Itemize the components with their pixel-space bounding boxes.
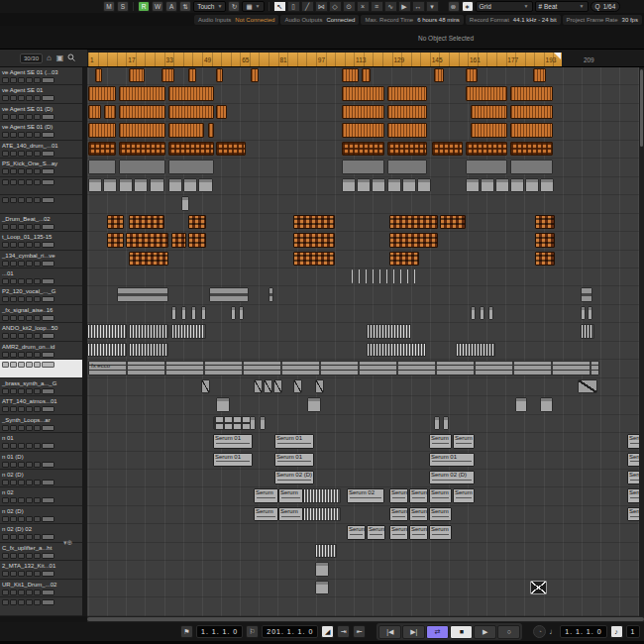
clip[interactable] [181,306,186,320]
record-arm-button[interactable] [18,590,25,595]
solo-button[interactable] [10,261,17,267]
clip[interactable] [117,287,168,301]
clip[interactable] [88,86,116,100]
edit-button[interactable] [34,168,41,174]
clip[interactable] [466,68,478,82]
clip[interactable] [510,160,553,173]
mute-button[interactable] [2,242,9,248]
clip[interactable] [510,178,524,192]
arrange-track-lane[interactable] [87,67,639,85]
monitor-button[interactable] [26,315,33,321]
automation-strip[interactable] [42,261,54,267]
automation-strip[interactable] [42,224,54,230]
record-arm-button[interactable] [18,443,25,449]
edit-button[interactable] [34,362,41,368]
arrange-track-lane[interactable] [87,251,639,268]
record-arm-button[interactable] [18,132,25,138]
clip[interactable] [434,416,440,430]
edit-button[interactable] [34,480,41,485]
arrange-track-lane[interactable]: SerumSerumSerumSerumSerumSerumSerum [87,506,639,524]
clip[interactable] [126,233,168,247]
automation-strip[interactable] [42,168,54,174]
clip[interactable] [87,324,127,338]
record-arm-button[interactable] [18,261,25,267]
monitor-button[interactable] [26,590,33,595]
mute-button[interactable] [2,462,9,468]
go-to-start-button[interactable]: |◀ [378,625,401,639]
clip[interactable] [171,233,186,247]
mute-button[interactable] [2,571,9,577]
clip[interactable] [213,416,253,430]
clip[interactable] [293,252,335,266]
automation-strip[interactable] [42,296,54,302]
stop-button[interactable]: ■ [450,625,473,639]
edit-button[interactable] [34,95,41,101]
clip[interactable] [443,416,449,430]
clip[interactable]: Serum 02 (D) [429,471,475,484]
color-tool-icon[interactable]: ▾ [426,1,439,12]
clip[interactable] [250,416,256,430]
clip[interactable] [171,324,206,338]
solo-button[interactable] [10,333,17,339]
clip[interactable] [188,215,206,229]
arrange-track-lane[interactable] [87,305,639,323]
clip[interactable] [342,178,356,192]
clip[interactable] [107,233,124,247]
clip[interactable] [581,306,586,320]
clip[interactable] [293,379,302,393]
glue-tool-icon[interactable]: ⋈ [315,1,328,12]
edit-button[interactable] [34,77,41,83]
home-icon[interactable]: ⌂ [45,54,54,63]
automation-mode-select[interactable]: Touch ▼ [193,1,226,12]
edit-button[interactable] [34,132,41,138]
read-automation-button[interactable]: R [138,1,150,12]
clip[interactable] [293,215,335,229]
monitor-button[interactable] [26,406,33,412]
cycle-button[interactable]: ⇄ [426,625,449,639]
clip[interactable]: Serum [254,488,278,502]
clip[interactable] [95,68,102,82]
split-tool-icon[interactable]: ╱ [301,1,314,12]
record-arm-button[interactable] [18,497,25,503]
clip[interactable] [533,68,546,82]
clip[interactable]: Serum 01 [274,434,314,448]
monitor-button[interactable] [26,278,33,284]
edit-button[interactable] [34,278,41,284]
monitor-button[interactable] [26,95,33,101]
clip[interactable] [168,160,214,173]
track-header[interactable]: n 01 [0,433,82,451]
primary-time-display[interactable]: 1. 1. 1. 0 [560,625,606,638]
monitor-button[interactable] [26,497,33,503]
clip[interactable] [191,306,196,320]
camera-icon[interactable]: ▣ [55,54,64,63]
clip[interactable] [466,142,507,156]
edit-button[interactable] [34,516,41,522]
track-header[interactable]: ve Agent SE 01 (D) [0,122,82,140]
punch-in-icon[interactable]: ⇥ [337,625,350,638]
clip[interactable]: Serum [409,507,428,521]
arrange-track-lane[interactable] [87,342,639,360]
solo-button[interactable] [10,296,17,302]
clip[interactable] [88,123,116,137]
arrange-track-lane[interactable]: Serum 02 (D)Serum 02 (D)Serum 02 (D) [87,470,639,487]
monitor-button[interactable] [26,333,33,339]
arrange-track-lane[interactable] [87,214,639,232]
monitor-button[interactable] [26,362,33,368]
clip[interactable] [168,86,214,100]
clip[interactable] [231,306,236,320]
clip[interactable] [129,68,145,82]
clip[interactable] [387,142,427,156]
edit-button[interactable] [34,462,41,468]
clip[interactable] [466,160,507,173]
clip[interactable] [578,379,597,393]
punch-out-icon[interactable]: ⇤ [353,625,366,638]
automation-strip[interactable] [42,179,54,185]
tempo-display[interactable]: 1 [626,625,641,638]
monitor-button[interactable] [26,443,33,449]
clip[interactable] [352,269,416,283]
clip[interactable]: Serum 01 [274,453,314,467]
clip[interactable] [466,86,507,100]
mute-button[interactable] [2,224,9,230]
clip[interactable] [119,142,165,156]
record-arm-button[interactable] [18,114,25,120]
